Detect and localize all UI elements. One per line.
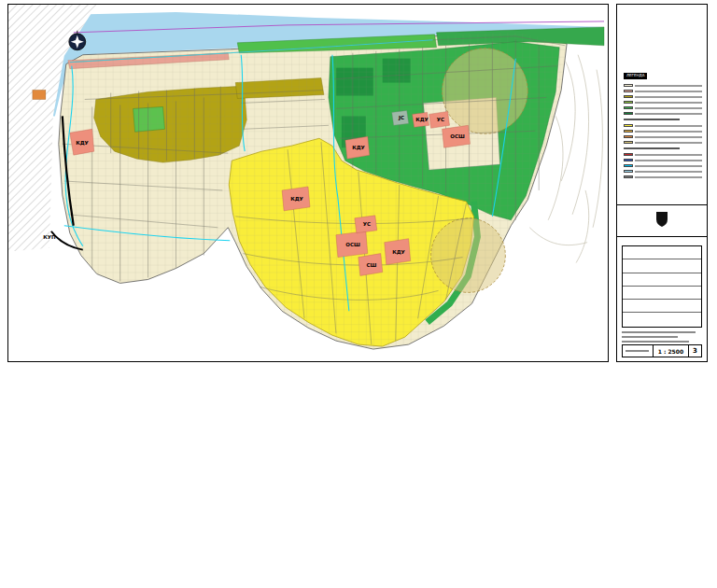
sheet-number: 3 [689, 345, 701, 357]
legend-label-bar [635, 160, 702, 161]
legend-swatch [624, 130, 633, 133]
legend-title: ЛЕГЕНДА [624, 73, 647, 79]
scale-sheet-row: 1 : 2500 3 [622, 344, 702, 357]
legend-item [624, 175, 702, 180]
title-panel: ЛЕГЕНДА 1 : 2500 3 [616, 4, 708, 362]
title-block-row [623, 259, 701, 273]
legend-swatch [624, 124, 633, 128]
legend: ЛЕГЕНДА [624, 63, 702, 180]
drawing-code-cell [623, 345, 654, 357]
drawing-sheet: КДУКДУКДУУСОСШСШКДУОСШУСКДУЈСКУП ЛЕГЕНДА [0, 0, 717, 588]
legend-group-header [624, 117, 702, 123]
municipal-emblem-icon [655, 211, 669, 228]
legend-swatch [624, 153, 633, 157]
legend-swatch [624, 90, 633, 93]
legend-swatch [624, 164, 633, 168]
parcel-texture [59, 33, 567, 349]
legend-swatch [624, 175, 633, 179]
legend-label-bar [635, 176, 702, 178]
legend-swatch [624, 84, 633, 88]
code-text-bar [626, 350, 649, 353]
legend-items [624, 83, 702, 180]
note-line [622, 336, 678, 338]
legend-swatch [624, 170, 633, 174]
title-block-row [623, 300, 701, 313]
title-block-row [623, 246, 701, 259]
zoning-map [8, 5, 608, 361]
legend-label-bar [635, 171, 702, 173]
note-line [622, 331, 696, 333]
title-block-row [623, 313, 701, 326]
legend-swatch [624, 135, 633, 139]
legend-label-bar [635, 125, 702, 127]
legend-label-bar [635, 102, 702, 104]
legend-label-bar [635, 85, 702, 87]
title-block-row [623, 287, 701, 300]
scale-value: 1 : 2500 [654, 345, 689, 357]
legend-swatch [624, 101, 633, 105]
legend-swatch [624, 112, 633, 116]
legend-label-bar [635, 96, 702, 98]
note-line [622, 341, 689, 343]
legend-label-bar [635, 131, 702, 133]
legend-label-bar [635, 165, 702, 167]
panel-divider [617, 204, 707, 205]
map-frame: КДУКДУКДУУСОСШСШКДУОСШУСКДУЈСКУП [7, 4, 609, 362]
legend-swatch [624, 159, 633, 162]
legend-group-header [624, 146, 702, 152]
panel-divider [617, 236, 707, 237]
legend-label-bar [635, 91, 702, 92]
legend-label-bar [635, 136, 702, 138]
legend-label-bar [635, 142, 702, 144]
title-block-notes [622, 331, 702, 343]
title-block-table [622, 245, 702, 328]
legend-swatch [624, 106, 633, 110]
title-block-row [623, 273, 701, 287]
legend-label-bar [635, 113, 702, 115]
legend-swatch [624, 141, 633, 145]
legend-label-bar [635, 107, 702, 109]
legend-label-bar [635, 154, 702, 156]
legend-swatch [624, 95, 633, 99]
